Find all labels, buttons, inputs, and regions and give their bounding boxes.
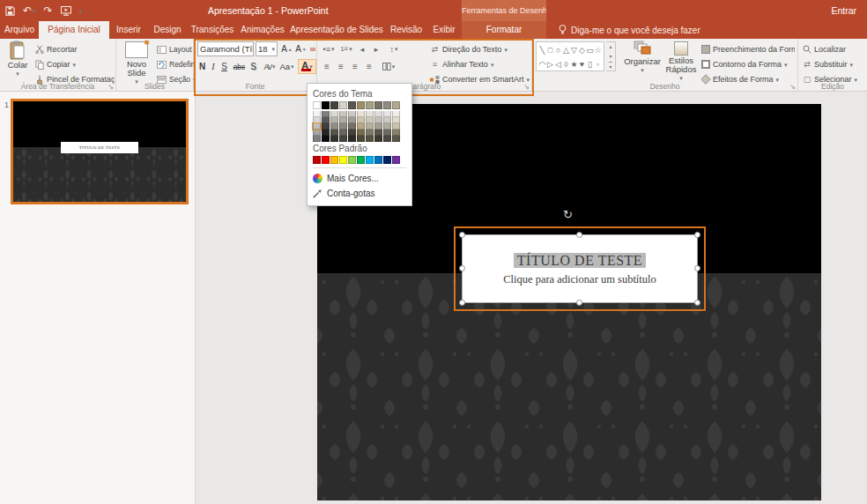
color-swatch[interactable] (330, 156, 338, 164)
color-swatch[interactable] (357, 123, 365, 130)
tab-design[interactable]: Design (148, 21, 187, 39)
shape-icon[interactable]: ▯ (586, 58, 594, 71)
color-swatch[interactable] (322, 156, 330, 164)
text-shadow-button[interactable]: S (248, 59, 258, 74)
gallery-scroll-down-icon[interactable]: ▾ (609, 53, 611, 59)
color-swatch[interactable] (383, 156, 391, 164)
shape-icon[interactable]: ╲ (538, 44, 546, 57)
resize-handle-n[interactable] (576, 232, 582, 238)
tab-animacoes[interactable]: Animações (238, 21, 287, 39)
line-spacing-button[interactable]: ↕ (386, 41, 402, 56)
color-swatch[interactable] (366, 101, 374, 109)
find-button[interactable]: Localizar (803, 42, 864, 56)
color-swatch[interactable] (330, 101, 338, 109)
color-swatch[interactable] (313, 136, 321, 142)
color-swatch[interactable] (339, 156, 347, 164)
shape-outline-button[interactable]: Contorno da Forma (701, 57, 795, 71)
decrease-indent-button[interactable]: ◂ (356, 41, 368, 56)
shape-fill-button[interactable]: Preenchimento da Forma (701, 42, 795, 56)
color-swatch[interactable] (348, 117, 356, 123)
tab-inserir[interactable]: Inserir (109, 21, 148, 39)
shape-icon[interactable]: ▽ (570, 44, 578, 57)
color-swatch[interactable] (339, 101, 347, 109)
tab-formatar[interactable]: Formatar (462, 21, 546, 39)
color-swatch[interactable] (392, 101, 400, 109)
font-name-combo[interactable]: Garamond (Títu (197, 41, 254, 56)
shape-icon[interactable]: ♥ (578, 58, 586, 71)
justify-button[interactable]: ≡ (363, 59, 375, 74)
tab-arquivo[interactable]: Arquivo (0, 21, 39, 39)
save-button[interactable] (5, 6, 15, 16)
color-swatch[interactable] (383, 117, 391, 123)
color-swatch[interactable] (366, 111, 374, 117)
resize-handle-nw[interactable] (459, 232, 465, 238)
color-swatch[interactable] (348, 156, 356, 164)
color-swatch[interactable] (330, 130, 338, 136)
color-swatch[interactable] (330, 111, 338, 117)
color-swatch[interactable] (357, 130, 365, 136)
shape-icon[interactable]: ★ (570, 58, 578, 71)
bullets-button[interactable]: •≡ (321, 41, 337, 56)
character-spacing-button[interactable]: AV (261, 59, 278, 74)
color-swatch[interactable] (357, 117, 365, 123)
shape-icon[interactable]: ◊ (562, 58, 570, 71)
gallery-more-icon[interactable]: ▾ (609, 62, 611, 70)
numbering-button[interactable]: 1≡ (338, 41, 354, 56)
tab-pagina-inicial[interactable]: Página Inicial (39, 21, 109, 39)
color-swatch[interactable] (339, 123, 347, 130)
color-swatch[interactable] (366, 136, 374, 142)
eyedropper-item[interactable]: Conta-gotas (313, 186, 406, 201)
color-swatch[interactable] (374, 117, 382, 123)
color-swatch[interactable] (322, 117, 330, 123)
quick-styles-button[interactable]: Estilos Rápidos (663, 41, 700, 82)
resize-handle-sw[interactable] (459, 300, 465, 306)
color-swatch[interactable] (392, 130, 400, 136)
shape-icon[interactable]: ◦ (594, 58, 602, 71)
color-swatch[interactable] (374, 156, 382, 164)
underline-button[interactable]: S (219, 59, 229, 74)
color-swatch[interactable] (392, 136, 400, 142)
color-swatch[interactable] (374, 136, 382, 142)
color-swatch[interactable] (383, 136, 391, 142)
color-swatch[interactable] (374, 111, 382, 117)
tab-revisao[interactable]: Revisão (386, 21, 426, 39)
color-swatch[interactable] (330, 123, 338, 130)
color-swatch[interactable] (366, 130, 374, 136)
color-swatch[interactable] (383, 130, 391, 136)
selected-title-text[interactable]: TÍTULO DE TESTE (514, 253, 646, 268)
shrink-font-button[interactable]: A▼ (294, 41, 308, 56)
undo-menu-arrow-icon[interactable] (33, 6, 36, 15)
color-swatch[interactable] (357, 101, 365, 109)
change-case-button[interactable]: Aa (278, 59, 295, 74)
new-slide-button[interactable]: ✱ Novo Slide (118, 41, 155, 85)
color-swatch[interactable] (322, 101, 330, 109)
shape-icon[interactable]: ☆ (594, 44, 602, 57)
strikethrough-button[interactable]: abc (232, 59, 247, 74)
resize-handle-ne[interactable] (694, 232, 700, 238)
color-swatch[interactable] (348, 101, 356, 109)
sign-in-button[interactable]: Entrar (831, 0, 856, 21)
color-swatch[interactable] (322, 123, 330, 130)
color-swatch[interactable] (348, 123, 356, 130)
start-slideshow-button[interactable] (61, 6, 71, 16)
title-placeholder-textbox[interactable]: TÍTULO DE TESTE Clique para adicionar um… (462, 234, 698, 303)
color-swatch[interactable] (392, 117, 400, 123)
color-swatch[interactable] (339, 130, 347, 136)
color-swatch[interactable] (366, 117, 374, 123)
shape-icon[interactable]: ◇ (578, 44, 586, 57)
shapes-gallery[interactable]: ╲□○△▽◇▭☆ ◠▷◁◊★♥▯◦ (536, 41, 604, 71)
color-swatch[interactable] (313, 130, 321, 136)
tab-transicoes[interactable]: Transições (187, 21, 238, 39)
color-swatch[interactable] (357, 111, 365, 117)
color-swatch[interactable] (348, 130, 356, 136)
color-swatch[interactable] (339, 136, 347, 142)
color-swatch[interactable] (374, 101, 382, 109)
color-swatch[interactable] (330, 117, 338, 123)
color-swatch[interactable] (374, 130, 382, 136)
resize-handle-e[interactable] (694, 265, 700, 271)
color-swatch[interactable] (383, 123, 391, 130)
font-color-button[interactable]: A (298, 59, 316, 74)
gallery-scroll-up-icon[interactable]: ▴ (609, 43, 611, 49)
color-swatch[interactable] (313, 111, 321, 117)
align-text-button[interactable]: ≡ Alinhar Texto (430, 57, 529, 71)
